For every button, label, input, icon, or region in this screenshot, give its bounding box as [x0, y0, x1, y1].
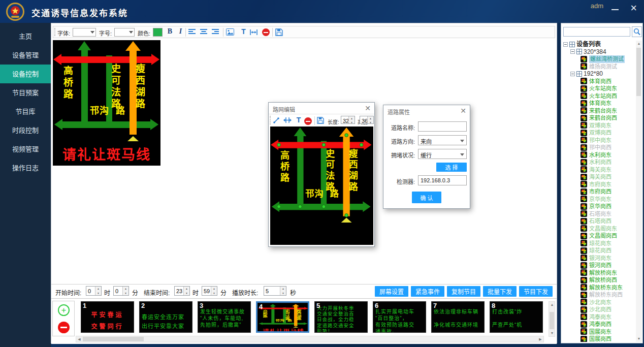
device-item[interactable]: 石塔岗西	[562, 217, 635, 225]
sidebar-item-device-control[interactable]: 设备控制	[0, 65, 51, 83]
delete-icon[interactable]	[261, 27, 271, 37]
color-swatch[interactable]	[153, 28, 163, 37]
device-item[interactable]: 邗中岗东	[562, 137, 635, 144]
device-item[interactable]: 市府岗西	[562, 188, 635, 196]
end-hour-spinner[interactable]: 23▲▼	[174, 286, 190, 296]
led-display-canvas[interactable]: 高桥路史可法路瘦西湖路邗沟路请礼让斑马线	[53, 40, 160, 166]
scrollbar-thumb[interactable]	[636, 48, 641, 96]
road-handle-dot[interactable]	[360, 143, 364, 147]
save-icon[interactable]	[275, 28, 285, 38]
remove-program-button[interactable]	[58, 322, 70, 333]
image-icon[interactable]	[226, 28, 236, 38]
align-center-icon[interactable]	[200, 29, 210, 39]
duration-spinner[interactable]: 5▲▼	[264, 286, 286, 296]
spin-down-icon[interactable]: ▼	[123, 291, 128, 296]
device-item[interactable]: 琼花岗东	[562, 240, 635, 247]
device-item[interactable]: 银河岗东	[562, 255, 635, 262]
device-item[interactable]: 双博岗东	[562, 122, 635, 130]
sidebar-item-time-control[interactable]: 时段控制	[0, 121, 51, 140]
device-item[interactable]: 海关岗西	[562, 173, 635, 181]
road-handle-dot[interactable]	[322, 205, 326, 209]
device-item[interactable]: 体育岗西	[562, 78, 635, 85]
program-tile[interactable]: 打击改装“炸 严查严处“机8	[490, 301, 543, 333]
device-item[interactable]: 国展岗西	[562, 335, 635, 342]
align-right-icon[interactable]	[212, 29, 221, 39]
confirm-button[interactable]: 确 认	[412, 192, 441, 203]
device-item[interactable]: 邗中岗西	[562, 144, 635, 151]
roadnet-edit-canvas[interactable]: 高桥路史可法路瘦西湖路邗沟路	[270, 127, 373, 245]
vertical-scrollbar[interactable]: ▲ ▼	[549, 301, 555, 337]
road-handle-dot[interactable]	[344, 213, 348, 217]
program-tile[interactable]: 扎实开展电动车“百日整治”，有效预防道路交通事故。6	[373, 301, 426, 333]
sidebar-item-program-library[interactable]: 节目库	[0, 102, 51, 121]
add-program-button[interactable]: +	[58, 304, 70, 316]
road-handle-dot[interactable]	[322, 143, 326, 147]
program-tile[interactable]: 高桥路史可法路瘦西湖路邗沟路请礼让斑马线4	[256, 301, 309, 333]
save-icon[interactable]	[317, 117, 326, 126]
roadnet-icon[interactable]	[249, 29, 259, 39]
device-item[interactable]: 市府岗东	[562, 181, 635, 188]
collapse-icon[interactable]	[570, 49, 575, 54]
height-spinner[interactable]: 368▲▼	[360, 116, 374, 124]
spin-down-icon[interactable]: ▼	[280, 291, 286, 296]
font-size-select[interactable]	[114, 28, 135, 37]
sidebar-item-home[interactable]: 主页	[0, 27, 51, 46]
device-item[interactable]: 解放桥岗东	[562, 269, 635, 277]
start-hour-spinner[interactable]: 0▲▼	[86, 286, 102, 296]
road-direction-select[interactable]: 来向	[418, 135, 467, 145]
device-item[interactable]: 琼花岗西	[562, 247, 635, 255]
device-item[interactable]: 文昌阁岗西	[562, 232, 635, 240]
road-handle-dot[interactable]	[344, 133, 348, 137]
sidebar-item-video-management[interactable]: 视频管理	[0, 140, 51, 159]
spin-up-icon[interactable]: ▲	[211, 287, 217, 291]
horizontal-scrollbar[interactable]: ◀ ▶	[76, 336, 544, 342]
program-tile[interactable]: 平安春运交警同行1	[81, 301, 134, 333]
tree-group[interactable]: 320*384	[562, 48, 635, 56]
device-item[interactable]: 来鹤台岗东	[562, 107, 635, 115]
copy-program-button[interactable]: 复制节目	[447, 286, 480, 297]
text-icon[interactable]: T	[294, 116, 303, 125]
device-item[interactable]: 解放桥岗西	[562, 276, 635, 284]
italic-button[interactable]: I	[176, 27, 185, 37]
detector-input[interactable]	[418, 175, 467, 185]
double-arrow-icon[interactable]	[283, 117, 293, 126]
end-minute-spinner[interactable]: 59▲▼	[202, 286, 217, 296]
scroll-up-icon[interactable]: ▲	[636, 41, 642, 47]
length-spinner[interactable]: 320▲▼	[341, 116, 355, 124]
search-button[interactable]	[632, 26, 642, 37]
device-item[interactable]: 解放桥东岗东	[562, 284, 635, 292]
device-item[interactable]: 火车站岗东	[562, 85, 635, 92]
sidebar-item-device-management[interactable]: 设备管理	[0, 46, 51, 65]
device-item[interactable]: 京华岗东	[562, 196, 635, 203]
screen-settings-button[interactable]: 屏幕设置	[375, 286, 408, 297]
device-item[interactable]: 沙北岗东	[562, 299, 635, 306]
emergency-event-button[interactable]: 紧急事件	[411, 286, 444, 297]
scroll-down-icon[interactable]: ▼	[549, 330, 555, 336]
program-tile[interactable]: 春运安全连万家出行平安靠大家2	[139, 301, 192, 333]
minimize-icon[interactable]	[611, 6, 620, 13]
program-send-button[interactable]: 节目下发	[519, 286, 553, 297]
start-minute-spinner[interactable]: 0▲▼	[113, 286, 129, 296]
sidebar-item-operation-log[interactable]: 操作日志	[0, 159, 51, 177]
congestion-select[interactable]: 缓行	[418, 149, 467, 159]
spin-up-icon[interactable]: ▲	[368, 116, 373, 120]
spin-up-icon[interactable]: ▲	[184, 287, 189, 291]
device-item[interactable]: 鸿泰岗东	[562, 313, 635, 321]
draw-road-icon[interactable]	[273, 117, 282, 126]
spin-up-icon[interactable]: ▲	[349, 116, 355, 120]
road-name-input[interactable]	[418, 121, 467, 132]
scroll-right-icon[interactable]: ▶	[537, 336, 543, 342]
spin-down-icon[interactable]: ▼	[349, 120, 355, 124]
align-left-icon[interactable]	[188, 29, 198, 39]
scroll-left-icon[interactable]: ◀	[76, 336, 82, 342]
device-item[interactable]: 来鹤台岗西	[562, 114, 635, 122]
device-item[interactable]: 维扬岗测试	[562, 63, 635, 71]
sidebar-item-program-plan[interactable]: 节目预案	[0, 83, 51, 102]
scroll-down-icon[interactable]: ▼	[636, 336, 642, 342]
road-handle-dot[interactable]	[298, 205, 302, 209]
tree-root[interactable]: 设备列表	[562, 41, 635, 48]
spin-up-icon[interactable]: ▲	[280, 287, 286, 291]
spin-up-icon[interactable]: ▲	[123, 287, 128, 291]
program-tile[interactable]: 发生轻微交通事故“人未伤，车能动,先拍照，后撤离”3	[198, 301, 251, 333]
close-icon[interactable]: ✕	[460, 107, 466, 115]
